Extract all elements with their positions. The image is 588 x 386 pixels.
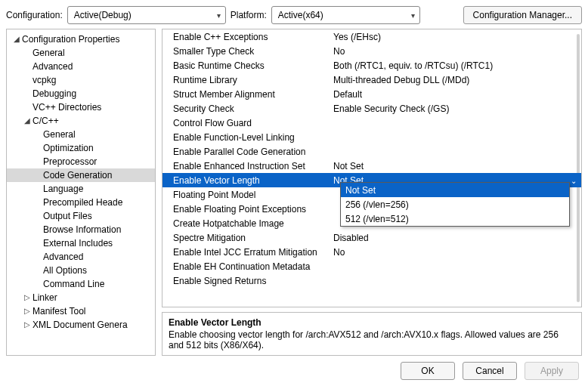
tree-label: Preprocessor [43,155,97,168]
apply-button[interactable]: Apply [525,362,579,380]
prop-row[interactable]: Runtime LibraryMulti-threaded Debug DLL … [162,73,581,87]
tree-item-cpp-output[interactable]: Output Files [7,209,155,223]
tree-item-vcpkg[interactable]: vcpkg [7,73,155,87]
prop-value[interactable]: Disabled [329,230,581,245]
prop-name: Enable Enhanced Instruction Set [162,159,329,173]
prop-name: Enable EH Continuation Metadata [162,259,329,273]
nav-tree[interactable]: ◢ Configuration Properties General Advan… [6,29,156,356]
tree-label: Configuration Properties [22,32,119,46]
prop-row[interactable]: Enable Enhanced Instruction SetNot Set [162,159,581,173]
prop-value[interactable] [329,130,581,144]
prop-row[interactable]: Enable Function-Level Linking [162,130,581,144]
caret-right-icon: ▷ [22,318,32,332]
description-title: Enable Vector Length [169,317,575,328]
tree-item-cpp-browse[interactable]: Browse Information [7,223,155,236]
prop-row[interactable]: Basic Runtime ChecksBoth (/RTC1, equiv. … [162,58,581,73]
ok-button[interactable]: OK [401,362,455,380]
prop-name: Create Hotpatchable Image [162,216,329,230]
prop-name: Smaller Type Check [162,44,329,58]
tree-item-vcdirs[interactable]: VC++ Directories [7,100,155,114]
prop-row[interactable]: Security CheckEnable Security Check (/GS… [162,101,581,116]
platform-value: Active(x64) [278,10,323,20]
prop-row[interactable]: Spectre MitigationDisabled [162,230,581,245]
dropdown-option[interactable]: Not Set [341,183,569,197]
chevron-down-icon[interactable]: ⌄ [571,176,577,184]
prop-value[interactable]: Enable Security Check (/GS) [329,101,581,116]
tree-item-cpp-pch[interactable]: Precompiled Heade [7,196,155,209]
tree-label: Command Line [43,277,104,291]
tree-item-cpp-preprocessor[interactable]: Preprocessor [7,155,155,168]
tree-item-cpp-external[interactable]: External Includes [7,236,155,250]
prop-value[interactable]: No [329,245,581,259]
prop-row[interactable]: Control Flow Guard [162,116,581,130]
prop-value[interactable] [329,116,581,130]
prop-name: Control Flow Guard [162,116,329,130]
tree-item-cpp-cmdline[interactable]: Command Line [7,277,155,291]
platform-combo[interactable]: Active(x64) ▾ [271,6,420,24]
prop-row[interactable]: Enable EH Continuation Metadata [162,259,581,273]
tree-label: Optimization [43,141,94,155]
tree-label: General [32,46,65,60]
tree-label: Code Generation [43,168,112,182]
tree-label: Linker [32,291,57,304]
prop-value[interactable]: Not Set [329,159,581,173]
tree-item-cpp-allopts[interactable]: All Options [7,264,155,277]
prop-row[interactable]: Enable Intel JCC Erratum MitigationNo [162,245,581,259]
tree-label: XML Document Genera [32,318,128,332]
prop-value[interactable]: Multi-threaded Debug DLL (/MDd) [329,73,581,87]
apply-label: Apply [540,366,563,376]
prop-row[interactable]: Enable C++ ExceptionsYes (/EHsc) [162,29,581,44]
config-manager-label: Configuration Manager... [473,10,572,20]
prop-name: Enable Parallel Code Generation [162,144,329,159]
tree-item-cpp-advanced[interactable]: Advanced [7,250,155,264]
config-manager-button[interactable]: Configuration Manager... [463,6,582,24]
caret-down-icon: ◢ [11,32,22,46]
prop-row[interactable]: Enable Signed Returns [162,273,581,288]
tree-item-cpp-language[interactable]: Language [7,182,155,196]
prop-name: Floating Point Model [162,187,329,202]
dropdown-option[interactable]: 256 (/vlen=256) [341,197,569,212]
tree-item-cpp-optimization[interactable]: Optimization [7,141,155,155]
tree-label: External Includes [43,236,113,250]
config-combo[interactable]: Active(Debug) ▾ [67,6,226,24]
tree-item-cpp-codegen[interactable]: Code Generation [7,168,155,182]
prop-value[interactable] [329,273,581,288]
prop-name: Basic Runtime Checks [162,58,329,73]
prop-value[interactable]: No [329,44,581,58]
tree-item-cpp-general[interactable]: General [7,128,155,141]
tree-item-general[interactable]: General [7,46,155,60]
prop-value[interactable]: Yes (/EHsc) [329,29,581,44]
tree-item-xmldoc[interactable]: ▷XML Document Genera [7,318,155,332]
config-label: Configuration: [6,10,63,20]
option-label: 512 (/vlen=512) [345,214,409,224]
tree-label: Debugging [32,87,76,100]
prop-row[interactable]: Smaller Type CheckNo [162,44,581,58]
prop-value[interactable]: Default [329,87,581,101]
tree-item-debugging[interactable]: Debugging [7,87,155,100]
prop-value[interactable] [329,144,581,159]
prop-value[interactable] [329,259,581,273]
prop-name: Spectre Mitigation [162,230,329,245]
prop-name: Enable Vector Length [162,173,329,187]
prop-value[interactable]: Both (/RTC1, equiv. to /RTCsu) (/RTC1) [329,58,581,73]
value-dropdown[interactable]: Not Set 256 (/vlen=256) 512 (/vlen=512) [340,182,570,227]
tree-item-linker[interactable]: ▷Linker [7,291,155,304]
platform-label: Platform: [231,10,267,20]
tree-item-cpp[interactable]: ◢ C/C++ [7,114,155,128]
tree-label: Browse Information [43,223,121,236]
caret-down-icon: ◢ [22,114,32,128]
ok-label: OK [421,366,434,376]
prop-row[interactable]: Struct Member AlignmentDefault [162,87,581,101]
prop-name: Security Check [162,101,329,116]
property-grid[interactable]: Enable C++ ExceptionsYes (/EHsc) Smaller… [162,29,582,307]
tree-label: All Options [43,264,87,277]
dropdown-option[interactable]: 512 (/vlen=512) [341,212,569,226]
tree-item-manifest[interactable]: ▷Manifest Tool [7,304,155,318]
tree-root[interactable]: ◢ Configuration Properties [7,32,155,46]
tree-item-advanced[interactable]: Advanced [7,60,155,73]
cancel-button[interactable]: Cancel [463,362,517,380]
prop-row[interactable]: Enable Parallel Code Generation [162,144,581,159]
cancel-label: Cancel [475,366,503,376]
prop-name: Struct Member Alignment [162,87,329,101]
prop-name: Enable Function-Level Linking [162,130,329,144]
